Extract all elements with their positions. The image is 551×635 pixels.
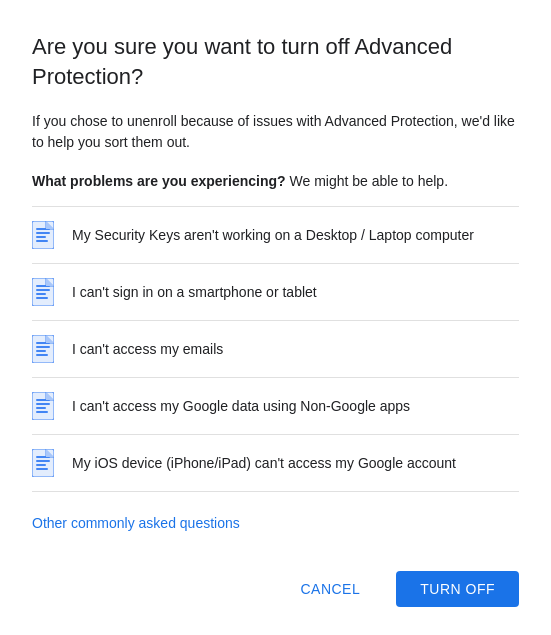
svg-rect-11	[36, 297, 48, 299]
list-item[interactable]: I can't access my Google data using Non-…	[32, 378, 519, 435]
svg-rect-22	[36, 407, 46, 409]
svg-rect-9	[36, 289, 50, 291]
list-item-text: My Security Keys aren't working on a Des…	[72, 226, 474, 246]
list-item-text: My iOS device (iPhone/iPad) can't access…	[72, 454, 456, 474]
svg-rect-15	[36, 346, 50, 348]
dialog-footer: CANCEL TURN OFF	[32, 571, 519, 607]
svg-rect-0	[32, 221, 54, 249]
svg-rect-28	[36, 464, 46, 466]
svg-rect-4	[36, 236, 46, 238]
dialog-subtitle: If you chose to unenroll because of issu…	[32, 111, 519, 153]
other-questions-link[interactable]: Other commonly asked questions	[32, 515, 519, 531]
turnoff-button[interactable]: TURN OFF	[396, 571, 519, 607]
document-icon	[32, 278, 56, 306]
svg-rect-23	[36, 411, 48, 413]
cancel-button[interactable]: CANCEL	[276, 571, 384, 607]
svg-rect-10	[36, 293, 46, 295]
svg-rect-18	[32, 392, 54, 420]
list-item[interactable]: I can't access my emails	[32, 321, 519, 378]
list-item[interactable]: I can't sign in on a smartphone or table…	[32, 264, 519, 321]
list-item-text: I can't sign in on a smartphone or table…	[72, 283, 317, 303]
svg-rect-6	[32, 278, 54, 306]
dialog-title: Are you sure you want to turn off Advanc…	[32, 32, 519, 91]
question-rest: We might be able to help.	[286, 173, 448, 189]
list-item[interactable]: My Security Keys aren't working on a Des…	[32, 206, 519, 264]
document-icon	[32, 392, 56, 420]
svg-rect-16	[36, 350, 46, 352]
list-item-text: I can't access my Google data using Non-…	[72, 397, 410, 417]
svg-rect-17	[36, 354, 48, 356]
document-icon	[32, 335, 56, 363]
list-item-text: I can't access my emails	[72, 340, 223, 360]
svg-rect-5	[36, 240, 48, 242]
dialog-question: What problems are you experiencing? We m…	[32, 171, 519, 192]
document-icon	[32, 221, 56, 249]
svg-rect-29	[36, 468, 48, 470]
document-icon	[32, 449, 56, 477]
svg-rect-21	[36, 403, 50, 405]
svg-rect-27	[36, 460, 50, 462]
question-bold: What problems are you experiencing?	[32, 173, 286, 189]
dialog-container: Are you sure you want to turn off Advanc…	[0, 0, 551, 635]
svg-rect-24	[32, 449, 54, 477]
svg-rect-12	[32, 335, 54, 363]
svg-rect-3	[36, 232, 50, 234]
help-items-list: My Security Keys aren't working on a Des…	[32, 206, 519, 497]
list-item[interactable]: My iOS device (iPhone/iPad) can't access…	[32, 435, 519, 492]
